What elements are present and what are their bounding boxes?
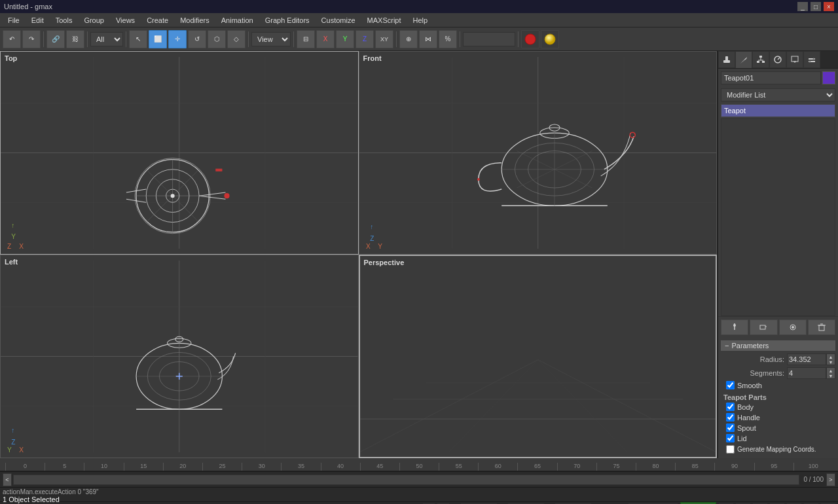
squash-button[interactable]: ◇ [227, 30, 246, 48]
viewport-left-svg: Z ↑ Y X [1, 255, 358, 458]
utilities-tab[interactable] [803, 51, 820, 68]
timeline-bar[interactable] [13, 475, 799, 485]
svg-line-12 [199, 196, 225, 199]
menu-file[interactable]: File [3, 15, 25, 26]
left-z-label: Z [11, 439, 15, 446]
named-selection-input[interactable] [463, 32, 515, 46]
separator-1 [43, 31, 44, 47]
remove-modifier-button[interactable] [808, 319, 835, 335]
quick-render-button[interactable] [541, 30, 559, 48]
timeline-next-button[interactable]: > [826, 473, 835, 486]
menu-animation[interactable]: Animation [216, 15, 259, 26]
tick-30: 30 [242, 463, 281, 471]
handle-label: Handle [737, 414, 760, 422]
modifier-list-dropdown[interactable]: Modifier List [721, 88, 835, 101]
undo-button[interactable]: ↶ [3, 30, 21, 48]
tick-55: 55 [439, 463, 478, 471]
modifier-stack-item[interactable]: Teapot [721, 104, 835, 117]
segments-input[interactable] [787, 367, 826, 379]
menu-tools[interactable]: Tools [50, 15, 78, 26]
modify-tab[interactable] [735, 51, 752, 68]
tick-85: 85 [675, 463, 714, 471]
menu-help[interactable]: Help [408, 15, 433, 26]
spout-checkbox[interactable] [726, 423, 735, 432]
svg-point-0 [525, 34, 536, 45]
show-end-result-button[interactable] [750, 319, 777, 335]
separator-8 [518, 31, 519, 47]
titlebar-controls[interactable]: _ □ × [797, 2, 834, 11]
viewport-perspective[interactable]: Perspective [359, 255, 718, 458]
handle-checkbox[interactable] [726, 413, 735, 422]
gen-mapping-label: Generate Mapping Coords. [737, 446, 816, 453]
radius-up[interactable]: ▲ [827, 354, 835, 359]
rotate-button[interactable]: ↺ [188, 30, 206, 48]
view-dropdown[interactable]: View [251, 32, 291, 46]
redo-button[interactable]: ↷ [22, 30, 41, 48]
link-button[interactable]: 🔗 [46, 30, 65, 48]
snap-toggle[interactable]: ⋈ [419, 30, 437, 48]
pin-stack-button[interactable] [721, 319, 748, 335]
menu-views[interactable]: Views [111, 15, 140, 26]
tick-50: 50 [399, 463, 439, 471]
snap-button[interactable]: ⊕ [399, 30, 418, 48]
smooth-label: Smooth [737, 382, 762, 389]
create-tab[interactable] [718, 51, 735, 68]
radius-spinner[interactable]: ▲ ▼ [826, 353, 835, 365]
menu-modifiers[interactable]: Modifiers [175, 15, 215, 26]
gen-mapping-checkbox[interactable] [726, 445, 735, 454]
select-region-button[interactable]: ⬜ [149, 30, 167, 48]
z-axis-button[interactable]: Z [355, 30, 374, 48]
object-color-swatch[interactable] [822, 71, 835, 84]
tick-75: 75 [596, 463, 636, 471]
render-scene-button[interactable] [521, 30, 539, 48]
animate-button[interactable]: Animate [680, 502, 716, 505]
scale-button[interactable]: ⬡ [208, 30, 226, 48]
menu-create[interactable]: Create [141, 15, 173, 26]
viewport-left[interactable]: Left [0, 255, 359, 458]
svg-point-42 [477, 178, 479, 181]
y-axis-button[interactable]: Y [336, 30, 354, 48]
close-button[interactable]: × [824, 2, 834, 11]
percent-snap[interactable]: % [439, 30, 457, 48]
viewport-top[interactable]: Top [0, 51, 359, 255]
xy-axis-button[interactable]: XY [375, 30, 393, 48]
handle-row: Handle [721, 413, 835, 422]
display-tab[interactable] [786, 51, 803, 68]
svg-line-64 [448, 360, 537, 452]
x-axis-button[interactable]: X [316, 30, 335, 48]
segments-down[interactable]: ▼ [827, 373, 835, 378]
motion-tab[interactable] [769, 51, 786, 68]
timeline-prev-button[interactable]: < [3, 473, 12, 486]
menu-grapheditors[interactable]: Graph Editors [260, 15, 315, 26]
tick-40: 40 [321, 463, 360, 471]
select-button[interactable]: ↖ [129, 30, 147, 48]
body-checkbox[interactable] [726, 403, 735, 411]
svg-rect-113 [762, 61, 765, 63]
segments-spinner[interactable]: ▲ ▼ [826, 367, 835, 379]
smooth-checkbox[interactable] [726, 381, 735, 389]
viewport-front[interactable]: Front [359, 51, 718, 255]
maximize-button[interactable]: □ [811, 2, 821, 11]
lid-checkbox[interactable] [726, 434, 735, 442]
radius-down[interactable]: ▼ [827, 359, 835, 365]
object-name-input[interactable] [721, 71, 821, 84]
menu-edit[interactable]: Edit [26, 15, 49, 26]
unlink-button[interactable]: ⛓ [66, 30, 84, 48]
mirror-button[interactable]: ⊟ [297, 30, 315, 48]
viewport-perspective-svg: X Z Y [360, 256, 716, 457]
make-unique-button[interactable] [779, 319, 807, 335]
select-filter-dropdown[interactable]: All [90, 32, 123, 46]
menu-group[interactable]: Group [79, 15, 109, 26]
radius-label: Radius: [721, 355, 787, 363]
display-icon [790, 55, 799, 64]
move-button[interactable]: ✛ [168, 30, 187, 48]
radius-input[interactable] [787, 353, 826, 365]
top-x-label: X [19, 243, 24, 250]
parameters-header[interactable]: − Parameters [721, 340, 835, 351]
menu-maxscript[interactable]: MAXScript [362, 15, 407, 26]
minimize-button[interactable]: _ [797, 2, 808, 11]
panel-action-row [718, 316, 838, 338]
hierarchy-tab[interactable] [752, 51, 769, 68]
menu-customize[interactable]: Customize [316, 15, 361, 26]
segments-up[interactable]: ▲ [827, 368, 835, 373]
